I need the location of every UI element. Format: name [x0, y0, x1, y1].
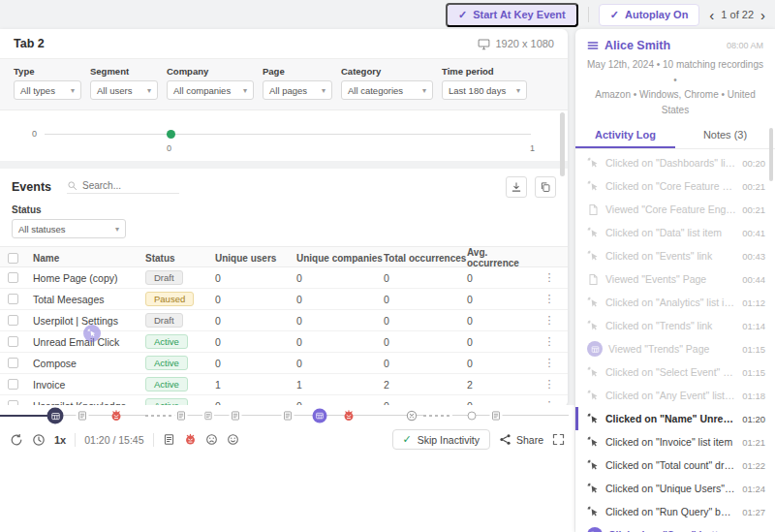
- table-row[interactable]: Home Page (copy) Draft 0 0 0 0 ⋮: [0, 267, 568, 289]
- row-checkbox[interactable]: [8, 358, 18, 368]
- divider: [75, 433, 76, 447]
- list-item[interactable]: Clicked on "Invoice" list item 01:21: [575, 430, 775, 454]
- table-row[interactable]: Invoice Active 1 1 2 2 ⋮: [0, 374, 568, 395]
- status-dropdown[interactable]: All statuses▾: [12, 219, 126, 238]
- playback-timeline[interactable]: [0, 405, 574, 426]
- list-item[interactable]: Clicked on "Any Event" list item 01:18: [575, 384, 775, 407]
- row-menu-icon[interactable]: ⋮: [539, 378, 560, 391]
- list-item[interactable]: Clicked on "Total count" dropdown 01:22: [575, 454, 775, 477]
- skip-inactivity-label: Skip Inactivity: [418, 434, 480, 446]
- events-header: Events: [0, 169, 568, 203]
- segment-dropdown[interactable]: All users▾: [90, 80, 158, 100]
- note-icon: [203, 411, 213, 421]
- hamburger-icon[interactable]: [587, 40, 599, 51]
- event-marker-note[interactable]: [490, 411, 503, 422]
- row-checkbox[interactable]: [8, 294, 18, 304]
- search-icon: [67, 180, 78, 191]
- row-menu-icon[interactable]: ⋮: [539, 314, 560, 327]
- event-marker-note[interactable]: [202, 411, 214, 421]
- list-item[interactable]: Clicked on "Dashboards" list item 00:20: [575, 151, 775, 174]
- prev-recording-icon[interactable]: ‹: [709, 8, 714, 22]
- list-item[interactable]: Clicked on "Trends" link 01:14: [575, 314, 775, 337]
- event-marker-circle[interactable]: [468, 412, 477, 421]
- list-item[interactable]: Viewed "Events" Page 00:44: [575, 267, 775, 291]
- share-button[interactable]: Share: [499, 433, 543, 446]
- activity-text: Clicked on "Data" list item: [605, 227, 736, 238]
- status-badge: Active: [145, 377, 188, 391]
- row-menu-icon[interactable]: ⋮: [539, 293, 560, 305]
- list-item[interactable]: Viewed "Core Feature Engagment" 00:21: [575, 198, 775, 221]
- rage-click-marker[interactable]: [110, 410, 123, 422]
- skip-inactivity-toggle[interactable]: ✓ Skip Inactivity: [392, 429, 490, 450]
- event-marker-note[interactable]: [175, 411, 188, 422]
- autoplay-toggle-button[interactable]: ✓ Autoplay On: [599, 4, 700, 26]
- playhead-marker[interactable]: [47, 408, 64, 424]
- search-input[interactable]: [82, 180, 179, 191]
- row-menu-icon[interactable]: ⋮: [539, 271, 560, 284]
- row-checkbox[interactable]: [8, 315, 18, 326]
- dead-click-marker[interactable]: [406, 410, 418, 422]
- next-recording-icon[interactable]: ›: [760, 8, 765, 22]
- highlighted-event-marker[interactable]: [313, 409, 327, 423]
- activity-log-list: Clicked on "Dashboards" list item 00:20 …: [575, 149, 775, 532]
- timer-icon[interactable]: [32, 433, 46, 447]
- slider-handle[interactable]: [167, 130, 175, 139]
- row-checkbox[interactable]: [8, 272, 18, 283]
- download-button[interactable]: [506, 176, 527, 198]
- list-item[interactable]: Clicked on "Run Query" button 01:27: [575, 500, 775, 523]
- filter-label: Type: [14, 66, 81, 77]
- row-menu-icon[interactable]: ⋮: [539, 357, 560, 369]
- rage-click-marker[interactable]: [343, 410, 356, 422]
- vertical-scrollbar[interactable]: [560, 112, 565, 176]
- table-row[interactable]: Compose Active 0 0 0 0 ⋮: [0, 353, 568, 374]
- timecode: 01:20 / 15:45: [84, 434, 143, 446]
- row-checkbox[interactable]: [8, 379, 18, 390]
- page-dropdown[interactable]: All pages▾: [263, 80, 332, 100]
- rage-click-icon[interactable]: [184, 433, 197, 446]
- row-checkbox[interactable]: [8, 336, 18, 347]
- list-item-current[interactable]: Clicked on "Name" Unread Email C... 01:2…: [575, 407, 775, 430]
- activity-time: 00:21: [742, 181, 765, 192]
- company-dropdown[interactable]: All companies▾: [167, 80, 254, 100]
- list-item[interactable]: Clicked on "Data" list item 00:41: [575, 221, 775, 244]
- event-marker-note[interactable]: [77, 411, 89, 422]
- click-icon: [587, 390, 600, 402]
- list-item[interactable]: Clicked on "Unique Users" list item 01:2…: [575, 477, 775, 500]
- event-marker-note[interactable]: [282, 411, 294, 422]
- row-menu-icon[interactable]: ⋮: [539, 335, 560, 348]
- table-row[interactable]: Total Meesages Paused 0 0 0 0 ⋮: [0, 289, 568, 310]
- time-period-dropdown[interactable]: Last 180 days▾: [442, 80, 527, 100]
- event-marker-note[interactable]: [230, 411, 242, 422]
- page-icon: [587, 203, 600, 216]
- select-all-checkbox[interactable]: [8, 253, 18, 264]
- frown-icon[interactable]: [205, 433, 218, 446]
- activity-time: 01:18: [742, 391, 765, 401]
- category-dropdown[interactable]: All categories▾: [341, 80, 433, 100]
- smile-icon[interactable]: [227, 433, 239, 446]
- click-icon: [587, 459, 600, 472]
- list-item[interactable]: Viewed "Trends" Page 01:15: [575, 337, 775, 360]
- list-item[interactable]: Clicked on "Events" link 00:43: [575, 244, 775, 267]
- list-item[interactable]: Clicked on "Select Event" dropdown 01:15: [575, 360, 775, 384]
- replay-10s-icon[interactable]: [10, 433, 23, 447]
- filter-company: Company All companies▾: [167, 66, 254, 100]
- start-at-key-event-button[interactable]: ✓ Start At Key Event: [446, 3, 578, 27]
- slider-track[interactable]: [45, 134, 531, 135]
- tab-activity-log[interactable]: Activity Log: [575, 122, 675, 148]
- copy-button[interactable]: [535, 176, 556, 198]
- type-dropdown[interactable]: All types▾: [14, 80, 81, 100]
- note-icon[interactable]: [163, 433, 175, 446]
- list-item[interactable]: Clicked on "Analytics" list item 01:12: [575, 291, 775, 314]
- fullscreen-icon[interactable]: [552, 433, 565, 446]
- click-icon: [587, 227, 600, 239]
- user-name[interactable]: Alice Smith: [604, 39, 670, 52]
- session-details-sidebar: Alice Smith 08:00 AM May 12th, 2024 • 10…: [575, 29, 775, 532]
- status-badge: Draft: [145, 270, 183, 285]
- filter-label: Category: [341, 66, 433, 77]
- list-item[interactable]: Clicked on "Save" button 01:55: [575, 523, 775, 532]
- tab-notes[interactable]: Notes (3): [675, 122, 775, 148]
- list-item[interactable]: Clicked on "Core Feature Engagem... 00:2…: [575, 174, 775, 198]
- col-unique-users: Unique users: [215, 253, 296, 264]
- playback-speed-button[interactable]: 1x: [54, 434, 66, 446]
- sidebar-scrollbar[interactable]: [769, 128, 773, 181]
